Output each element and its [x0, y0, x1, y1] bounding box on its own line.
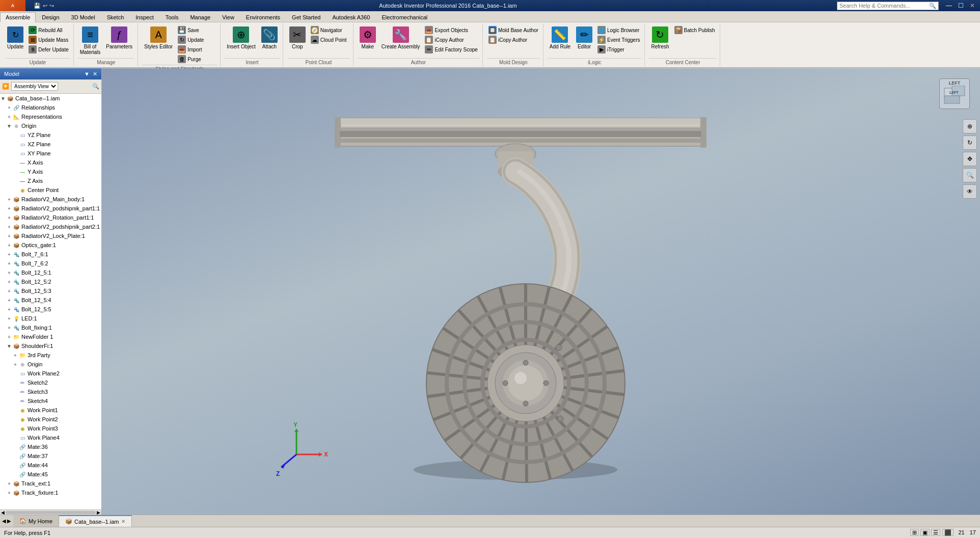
tab-tools[interactable]: Tools: [160, 12, 184, 22]
tree-item-track-ext[interactable]: + 📦 Track_ext:1: [0, 479, 101, 488]
tree-item-origin2[interactable]: + ⊕ Origin: [0, 360, 101, 369]
view-btn-4[interactable]: ⬛: [942, 529, 954, 536]
minimize-button[interactable]: —: [944, 2, 954, 9]
rebuild-all-button[interactable]: ⟳ Rebuild All: [27, 25, 70, 35]
tree-item-radiator-main[interactable]: + 📦 RadiatorV2_Main_body:1: [0, 195, 101, 204]
view-mode-select[interactable]: Assembly View Modeling View: [11, 82, 58, 91]
tree-item-centerpoint[interactable]: ◉ Center Point: [0, 185, 101, 195]
batch-publish-button[interactable]: 📦 Batch Publish: [673, 25, 717, 35]
tab-assemble[interactable]: Assemble: [0, 12, 36, 22]
logic-browser-button[interactable]: 🌐 Logic Browser: [596, 25, 641, 35]
tree-item-sketch3[interactable]: ✏ Sketch3: [0, 387, 101, 396]
purge-button[interactable]: 🗑 Purge: [176, 55, 217, 64]
parameters-button[interactable]: ƒ Parameters: [104, 25, 134, 50]
tree-item-mate45[interactable]: 🔗 Mate:45: [0, 470, 101, 479]
tab-manage[interactable]: Manage: [184, 12, 216, 22]
insert-object-button[interactable]: ⊕ Insert Object: [225, 25, 258, 50]
view-btn-2[interactable]: ▣: [920, 529, 930, 536]
tree-item-root[interactable]: ▼ 📦 Cata_base--1.iam: [0, 94, 101, 103]
tree-expand-root[interactable]: ▼: [0, 96, 6, 101]
quick-undo-icon[interactable]: ↩: [43, 3, 47, 9]
tree-item-mate37[interactable]: 🔗 Mate:37: [0, 451, 101, 461]
window-controls[interactable]: — ☐ ✕: [944, 2, 977, 9]
tab-design[interactable]: Design: [36, 12, 65, 22]
quick-redo-icon[interactable]: ↪: [49, 3, 54, 9]
tree-item-xaxis[interactable]: — X Axis: [0, 158, 101, 167]
tree-item-sketch2[interactable]: ✏ Sketch2: [0, 378, 101, 387]
tab-3dmodel[interactable]: 3D Model: [66, 12, 101, 22]
tab-getstarted[interactable]: Get Started: [286, 12, 326, 22]
mold-base-button[interactable]: 🔲 Mold Base Author: [487, 25, 540, 35]
tree-item-bolt1255[interactable]: + 🔩 Bolt_12_5:5: [0, 305, 101, 314]
tree-item-xzplane[interactable]: ▭ XZ Plane: [0, 140, 101, 149]
quick-save-icon[interactable]: 💾: [34, 3, 41, 9]
event-triggers-button[interactable]: ⚡ Event Triggers: [596, 35, 641, 44]
tree-item-workplane4[interactable]: ▭ Work Plane4: [0, 433, 101, 442]
tab-myhome[interactable]: 🏠 My Home: [13, 515, 59, 527]
navigator-button[interactable]: 🧭 Navigator: [309, 25, 350, 35]
3d-viewport[interactable]: LEFT LEFT ⊕ ↻ ✥ 🔍 👁: [102, 68, 980, 515]
styles-import-button[interactable]: 📥 Import: [176, 45, 217, 54]
tree-scroll-right[interactable]: ▶: [97, 510, 100, 515]
styles-save-button[interactable]: 💾 Save: [176, 25, 217, 35]
tree-item-workpoint2[interactable]: ◉ Work Point2: [0, 415, 101, 424]
update-button[interactable]: ↻ Update: [5, 25, 25, 50]
view-btn-1[interactable]: ⊞: [910, 529, 919, 536]
tab-sketch[interactable]: Sketch: [101, 12, 130, 22]
tree-item-track-fixture[interactable]: + 📦 Track_fixture:1: [0, 488, 101, 497]
tab-scroll-right[interactable]: ▶: [7, 518, 11, 524]
tab-environments[interactable]: Environments: [240, 12, 286, 22]
itrigger-button[interactable]: ▶ iTrigger: [596, 45, 641, 54]
styles-update-button[interactable]: ↻ Update: [176, 35, 217, 44]
tree-item-origin[interactable]: ▼ ⊕ Origin: [0, 121, 101, 130]
ilogic-editor-button[interactable]: ✏ Editor: [574, 25, 594, 50]
tree-item-optics[interactable]: + 📦 Optics_gate:1: [0, 240, 101, 250]
tree-item-bolt1252[interactable]: + 🔩 Bolt_12_5:2: [0, 277, 101, 286]
tree-item-radiator-podsh2[interactable]: + 📦 RadiatorV2_podshipnik_part2:1: [0, 222, 101, 231]
tree-item-workpoint3[interactable]: ◉ Work Point3: [0, 424, 101, 433]
tab-catabase[interactable]: 📦 Cata_base--1.iam ✕: [59, 515, 131, 527]
update-mass-button[interactable]: ⊞ Update Mass: [27, 35, 70, 44]
tree-item-bolt1254[interactable]: + 🔩 Bolt_12_5:4: [0, 295, 101, 305]
tree-item-xyplane[interactable]: ▭ XY Plane: [0, 149, 101, 158]
tree-item-representations[interactable]: + 📐 Representations: [0, 112, 101, 121]
tab-a360[interactable]: Autodesk A360: [326, 12, 375, 22]
tab-scroll-left[interactable]: ◀: [2, 518, 6, 524]
edit-factory-scope-button[interactable]: ✏ Edit Factory Scope: [423, 45, 479, 54]
tree-item-radiator-podsh1[interactable]: + 📦 RadiatorV2_podshipnik_part1:1: [0, 204, 101, 213]
view-btn-3[interactable]: ☰: [931, 529, 940, 536]
panel-menu-icon[interactable]: ▼: [84, 71, 90, 77]
icopy-author-button[interactable]: 📋 iCopy Author: [423, 35, 479, 44]
tree-item-bolt1253[interactable]: + 🔩 Bolt_12_5:3: [0, 286, 101, 295]
tree-item-radiator-rot[interactable]: + 📦 RadiatorV2_Rotation_part1:1: [0, 213, 101, 222]
model-tree[interactable]: ▼ 📦 Cata_base--1.iam + 🔗 Relationships +…: [0, 94, 101, 509]
tab-electromech[interactable]: Electromechanical: [376, 12, 433, 22]
tree-item-workpoint1[interactable]: ◉ Work Point1: [0, 406, 101, 415]
add-rule-button[interactable]: 📏 Add Rule: [548, 25, 573, 50]
tree-item-workplane2[interactable]: ▭ Work Plane2: [0, 369, 101, 378]
tree-item-mate44[interactable]: 🔗 Mate:44: [0, 461, 101, 470]
tree-scroll-left[interactable]: ◀: [1, 510, 5, 515]
filter-icon[interactable]: 🔽: [2, 83, 9, 90]
styles-editor-button[interactable]: A Styles Editor: [142, 25, 175, 50]
export-objects-button[interactable]: 📤 Export Objects: [423, 25, 479, 35]
tree-item-led[interactable]: + 💡 LED:1: [0, 314, 101, 323]
tree-item-bolt761[interactable]: + 🔩 Bolt_7_6:1: [0, 250, 101, 259]
create-assembly-button[interactable]: 🔧 Create Assembly: [379, 25, 422, 50]
tree-item-bolt1251[interactable]: + 🔩 Bolt_12_5:1: [0, 268, 101, 277]
tab-inspect[interactable]: Inspect: [130, 12, 159, 22]
tree-item-yaxis[interactable]: — Y Axis: [0, 167, 101, 176]
tree-item-zaxis[interactable]: — Z Axis: [0, 176, 101, 185]
tree-item-radiator-lock[interactable]: + 📦 RadiatorV2_Lock_Plate:1: [0, 231, 101, 240]
tree-item-bolt762[interactable]: + 🔩 Bolt_7_6:2: [0, 259, 101, 268]
make-button[interactable]: ⚙ Make: [358, 25, 378, 50]
search-bar[interactable]: 🔍: [837, 2, 939, 10]
close-button[interactable]: ✕: [968, 2, 977, 9]
mold-icopy-button[interactable]: 📋 iCopy Author: [487, 35, 540, 44]
tree-item-bolt-fixing[interactable]: + 🔩 Bolt_fixing:1: [0, 323, 101, 332]
tree-item-sketch4[interactable]: ✏ Sketch4: [0, 396, 101, 406]
refresh-button[interactable]: ↻ Refresh: [649, 25, 671, 50]
restore-button[interactable]: ☐: [956, 2, 966, 9]
tree-item-newfolder[interactable]: + 📁 NewFolder 1: [0, 332, 101, 341]
tree-item-3rdparty[interactable]: + 📁 3rd Party: [0, 351, 101, 360]
